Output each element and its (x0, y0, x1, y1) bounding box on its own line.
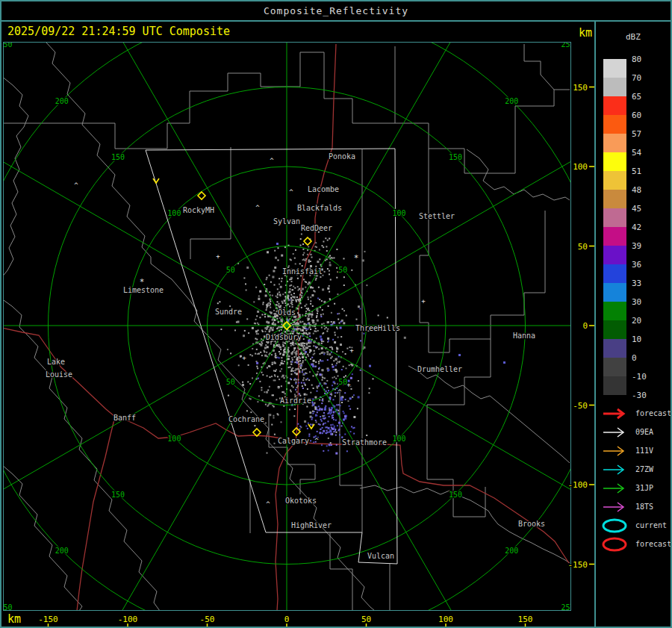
colorbar-tick-label: 54 (632, 148, 641, 158)
asterisk-marker: * (354, 253, 359, 263)
colorbar-tick-label: 48 (632, 185, 641, 195)
x-axis-label: -50 (200, 615, 215, 624)
ring-distance-label: 200 (55, 547, 69, 555)
colorbar-tick-label: 51 (632, 167, 641, 176)
legend-item-current: current (602, 516, 671, 535)
city-label-sundre: Sundre (215, 308, 242, 316)
legend-ellipse-icon (602, 535, 632, 553)
city-label-hanna: Hanna (513, 332, 535, 340)
azimuth-radial (63, 326, 287, 628)
caret-marker: ^ (289, 188, 293, 196)
y-axis-label: 50 (578, 242, 588, 252)
colorbar-swatch (603, 134, 626, 152)
ring-distance-label: 150 (111, 491, 125, 499)
legend-label: current (635, 521, 667, 529)
radar-map-canvas[interactable]: ^^^^^^^+++++**PonokaLacombeBlackfaldsSyl… (1, 1, 672, 628)
county-boundary-line (467, 149, 570, 200)
city-label-lacombe: Lacombe (308, 185, 339, 193)
caret-marker: ^ (337, 388, 342, 396)
colorbar-title: dBZ (626, 32, 641, 42)
x-axis-label: 0 (284, 615, 290, 624)
colorbar-swatch (603, 264, 626, 283)
plus-marker: + (349, 346, 354, 354)
colorbar-swatch (603, 78, 626, 96)
city-label-okotoks: Okotoks (285, 497, 317, 505)
colorbar-swatch (603, 190, 626, 208)
legend-arrow-icon (602, 461, 632, 479)
ring-distance-label: 100 (393, 435, 406, 443)
caret-marker: ^ (314, 437, 319, 444)
caret-marker: ^ (74, 181, 78, 189)
legend-item-forecast: forecast (602, 535, 671, 553)
caret-marker: ^ (270, 157, 274, 164)
legend-arrow-icon (602, 423, 632, 441)
city-label-reddeer: RedDeer (301, 224, 332, 232)
colorbar-tick-label: -10 (632, 372, 647, 382)
y-axis-label: -50 (573, 401, 588, 411)
ring-distance-label: 150 (111, 153, 125, 161)
colorbar-tick-label: 70 (632, 73, 641, 83)
legend-label: 27ZW (635, 465, 653, 473)
x-axis-label: 50 (361, 615, 371, 624)
colorbar-tick-label: 36 (632, 260, 641, 270)
colorbar-swatch (603, 171, 626, 190)
ring-distance-label: 100 (167, 209, 181, 217)
y-axis-label: -150 (568, 560, 588, 570)
legend-label: forecast (635, 540, 671, 548)
colorbar-tick-label: -30 (632, 391, 647, 400)
city-label-cochrane: Cochrane (228, 415, 264, 423)
ring-distance-label: 200 (505, 97, 518, 105)
radar-window: Composite_Reflectivity 2025/09/22 21:24:… (0, 0, 672, 628)
colorbar-tick-label: 39 (632, 241, 641, 251)
ring-distance-label: 100 (393, 209, 406, 217)
ring-distance-label: 250 (561, 603, 575, 612)
colorbar-swatch (603, 208, 626, 227)
city-label-banff: Banff (113, 414, 136, 422)
colorbar-swatch (603, 152, 626, 171)
legend-arrow-icon (602, 479, 632, 497)
city-label-rockymh: RockyMH (183, 206, 214, 214)
caret-marker: ^ (266, 500, 270, 508)
city-label-didsbury: Didsbury (266, 333, 302, 341)
x-axis-label: 100 (438, 615, 453, 624)
colorbar-tick-label: 65 (632, 92, 641, 102)
colorbar-swatch (603, 358, 626, 376)
scale-panel: dBZ 807065605754514845423936333020100-10… (597, 22, 672, 628)
city-label-sylvan: Sylvan (273, 217, 300, 226)
city-label-limestone: Limestone (123, 286, 164, 294)
city-label-highriver: HighRiver (291, 521, 332, 529)
highway-line (1, 328, 569, 563)
plus-marker: + (216, 252, 220, 260)
y-axis-label: -100 (568, 480, 588, 490)
county-boundary-line (46, 43, 151, 264)
legend-arrow-icon (602, 498, 632, 516)
city-label-calgary: Calgary (278, 437, 309, 445)
city-label-lake: Lake (47, 358, 65, 366)
county-boundary-line (190, 147, 231, 259)
city-label-olds: Olds (278, 308, 296, 317)
city-label-airdrie: Airdrie (280, 397, 311, 405)
isolated-echo-dot (503, 361, 505, 364)
colorbar-swatch (603, 283, 626, 302)
legend-label: forecast (635, 409, 671, 417)
city-label-blackfalds: Blackfalds (297, 204, 342, 212)
colorbar-swatch (603, 59, 626, 78)
x-axis-label: -150 (38, 615, 58, 624)
city-label-stettler: Stettler (419, 212, 455, 220)
caret-marker: ^ (255, 204, 260, 211)
colorbar-swatch (603, 246, 626, 264)
range-ring (1, 1, 672, 628)
ring-distance-label: 50 (338, 266, 347, 274)
city-label-vulcan: Vulcan (367, 552, 394, 560)
ring-distance-label: 50 (338, 378, 347, 386)
legend-label: 18TS (635, 503, 653, 511)
plus-marker: + (242, 354, 246, 361)
colorbar-tick-label: 0 (632, 353, 637, 363)
county-boundary-line (269, 414, 315, 494)
isolated-echo-dot (276, 243, 279, 245)
colorbar-swatch (603, 320, 626, 339)
highway-line (77, 417, 115, 611)
colorbar-swatch (603, 376, 626, 395)
colorbar-swatch (603, 96, 626, 115)
city-label-threehills: ThreeHills (355, 324, 400, 332)
